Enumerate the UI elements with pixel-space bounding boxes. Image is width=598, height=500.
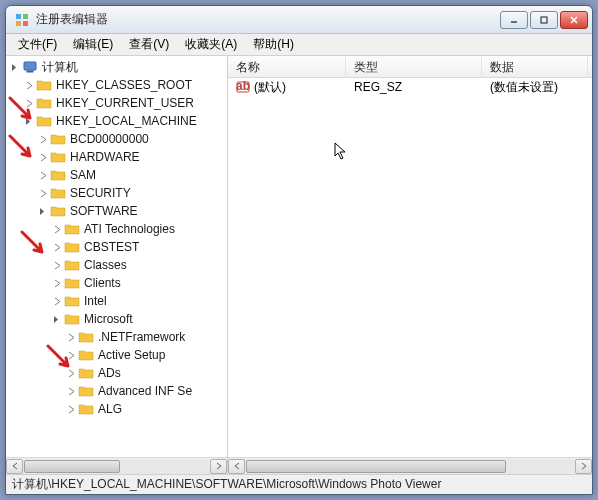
folder-icon — [64, 311, 80, 327]
values-list[interactable]: ab (默认) REG_SZ (数值未设置) — [228, 78, 592, 457]
tree-node-advinf[interactable]: Advanced INF Se — [6, 382, 227, 400]
svg-rect-5 — [541, 17, 547, 23]
tree-label: ATI Technologies — [84, 222, 175, 236]
hscroll-left-button[interactable] — [6, 459, 23, 474]
folder-icon — [50, 131, 66, 147]
content-area: 计算机 HKEY_CLASSES_ROOT HKEY_CURRENT_USER … — [6, 56, 592, 474]
menu-edit[interactable]: 编辑(E) — [65, 34, 121, 55]
expander-icon[interactable] — [64, 330, 78, 344]
folder-icon — [78, 329, 94, 345]
folder-icon — [50, 185, 66, 201]
statusbar: 计算机\HKEY_LOCAL_MACHINE\SOFTWARE\Microsof… — [6, 474, 592, 494]
hscroll-thumb[interactable] — [24, 460, 120, 473]
tree-pane: 计算机 HKEY_CLASSES_ROOT HKEY_CURRENT_USER … — [6, 56, 228, 474]
values-pane: 名称 类型 数据 ab (默认) REG_SZ (数值未设置) — [228, 56, 592, 474]
tree-node-software[interactable]: SOFTWARE — [6, 202, 227, 220]
expander-icon[interactable] — [50, 222, 64, 236]
folder-icon — [50, 167, 66, 183]
computer-icon — [22, 59, 38, 75]
expander-icon[interactable] — [36, 168, 50, 182]
statusbar-path: 计算机\HKEY_LOCAL_MACHINE\SOFTWARE\Microsof… — [12, 476, 441, 493]
tree-node-sam[interactable]: SAM — [6, 166, 227, 184]
close-button[interactable] — [560, 11, 588, 29]
minimize-button[interactable] — [500, 11, 528, 29]
tree-node-hardware[interactable]: HARDWARE — [6, 148, 227, 166]
tree-label: HKEY_CLASSES_ROOT — [56, 78, 192, 92]
hscroll-right-button[interactable] — [575, 459, 592, 474]
hscroll-thumb[interactable] — [246, 460, 506, 473]
menu-favorites[interactable]: 收藏夹(A) — [177, 34, 245, 55]
tree-node-clients[interactable]: Clients — [6, 274, 227, 292]
expander-icon[interactable] — [36, 132, 50, 146]
folder-icon — [36, 95, 52, 111]
tree-label: HKEY_LOCAL_MACHINE — [56, 114, 197, 128]
folder-icon — [64, 293, 80, 309]
expander-icon[interactable] — [64, 384, 78, 398]
tree-label: Advanced INF Se — [98, 384, 192, 398]
folder-icon — [78, 365, 94, 381]
app-icon — [14, 12, 30, 28]
expander-icon[interactable] — [64, 402, 78, 416]
registry-editor-window: 注册表编辑器 文件(F) 编辑(E) 查看(V) 收藏夹(A) 帮助(H) 计算… — [5, 5, 593, 495]
tree-hscrollbar[interactable] — [6, 457, 227, 474]
expander-icon[interactable] — [64, 366, 78, 380]
tree-node-netframework[interactable]: .NETFramework — [6, 328, 227, 346]
value-type: REG_SZ — [354, 80, 402, 94]
tree-node-computer[interactable]: 计算机 — [6, 58, 227, 76]
titlebar[interactable]: 注册表编辑器 — [6, 6, 592, 34]
tree-node-ads[interactable]: ADs — [6, 364, 227, 382]
maximize-button[interactable] — [530, 11, 558, 29]
expander-icon[interactable] — [36, 150, 50, 164]
window-title: 注册表编辑器 — [36, 11, 500, 28]
tree-node-hklm[interactable]: HKEY_LOCAL_MACHINE — [6, 112, 227, 130]
folder-icon — [78, 383, 94, 399]
folder-icon — [64, 257, 80, 273]
tree-node-hkcu[interactable]: HKEY_CURRENT_USER — [6, 94, 227, 112]
expander-icon[interactable] — [50, 276, 64, 290]
tree-node-activesetup[interactable]: Active Setup — [6, 346, 227, 364]
expander-icon[interactable] — [36, 204, 50, 218]
expander-icon[interactable] — [50, 240, 64, 254]
expander-icon[interactable] — [22, 78, 36, 92]
menu-file[interactable]: 文件(F) — [10, 34, 65, 55]
expander-icon[interactable] — [50, 294, 64, 308]
tree-node-cbstest[interactable]: CBSTEST — [6, 238, 227, 256]
hscroll-right-button[interactable] — [210, 459, 227, 474]
tree-label: CBSTEST — [84, 240, 139, 254]
list-item[interactable]: ab (默认) REG_SZ (数值未设置) — [228, 78, 592, 96]
svg-rect-9 — [27, 71, 33, 72]
string-value-icon: ab — [236, 80, 250, 94]
tree-label: SECURITY — [70, 186, 131, 200]
tree-node-intel[interactable]: Intel — [6, 292, 227, 310]
expander-icon[interactable] — [8, 60, 22, 74]
menu-view[interactable]: 查看(V) — [121, 34, 177, 55]
expander-icon[interactable] — [22, 96, 36, 110]
tree-node-bcd[interactable]: BCD00000000 — [6, 130, 227, 148]
menu-help[interactable]: 帮助(H) — [245, 34, 302, 55]
tree-label: ALG — [98, 402, 122, 416]
tree-node-security[interactable]: SECURITY — [6, 184, 227, 202]
tree-node-ati[interactable]: ATI Technologies — [6, 220, 227, 238]
registry-tree[interactable]: 计算机 HKEY_CLASSES_ROOT HKEY_CURRENT_USER … — [6, 56, 227, 457]
expander-icon[interactable] — [36, 186, 50, 200]
svg-rect-2 — [16, 21, 21, 26]
hscroll-left-button[interactable] — [228, 459, 245, 474]
expander-icon[interactable] — [64, 348, 78, 362]
tree-node-hkcr[interactable]: HKEY_CLASSES_ROOT — [6, 76, 227, 94]
tree-node-alg[interactable]: ALG — [6, 400, 227, 418]
svg-text:ab: ab — [236, 80, 250, 93]
hscroll-track[interactable] — [23, 459, 210, 474]
folder-icon — [78, 401, 94, 417]
tree-node-classes[interactable]: Classes — [6, 256, 227, 274]
tree-label: SAM — [70, 168, 96, 182]
tree-node-microsoft[interactable]: Microsoft — [6, 310, 227, 328]
expander-icon[interactable] — [22, 114, 36, 128]
values-hscrollbar[interactable] — [228, 457, 592, 474]
expander-icon[interactable] — [50, 312, 64, 326]
expander-icon[interactable] — [50, 258, 64, 272]
col-type[interactable]: 类型 — [346, 56, 482, 77]
col-name[interactable]: 名称 — [228, 56, 346, 77]
col-data[interactable]: 数据 — [482, 56, 588, 77]
hscroll-track[interactable] — [245, 459, 575, 474]
svg-rect-1 — [23, 14, 28, 19]
